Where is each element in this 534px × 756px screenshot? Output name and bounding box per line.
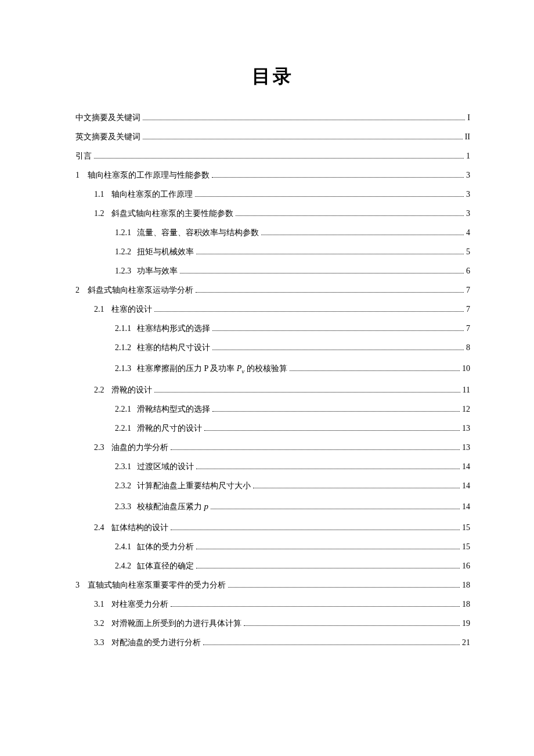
toc-text: 流量、容量、容积效率与结构参数 bbox=[137, 228, 259, 237]
toc-page-number: 3 bbox=[466, 171, 470, 180]
page-title: 目录 bbox=[75, 64, 470, 89]
toc-number: 1 bbox=[75, 171, 80, 179]
toc-page-number: 12 bbox=[462, 405, 470, 414]
toc-text: 直轴式轴向柱塞泵重要零件的受力分析 bbox=[88, 581, 226, 589]
toc-text: 斜盘式轴向柱塞泵运动学分析 bbox=[88, 286, 193, 294]
toc-number: 3.1 bbox=[94, 600, 104, 609]
toc-page-number: I bbox=[467, 113, 470, 123]
toc-page-number: 21 bbox=[462, 638, 470, 647]
toc-label: 1.1轴向柱塞泵的工作原理 bbox=[94, 189, 193, 200]
toc-label: 1.2.2扭矩与机械效率 bbox=[115, 247, 194, 257]
toc-number: 1.2.2 bbox=[115, 247, 131, 256]
toc-leader-dots bbox=[196, 568, 460, 568]
toc-text: 过渡区域的设计 bbox=[137, 462, 194, 471]
toc-label: 2.3.1过渡区域的设计 bbox=[115, 462, 194, 472]
toc-entry: 2.1.1柱塞结构形式的选择7 bbox=[75, 323, 470, 334]
toc-page-number: 19 bbox=[462, 619, 470, 628]
toc-page-number: 6 bbox=[466, 267, 470, 276]
toc-leader-dots bbox=[154, 392, 460, 393]
toc-page-number: 4 bbox=[466, 228, 470, 237]
toc-page-number: 8 bbox=[466, 343, 470, 352]
toc-page-number: 14 bbox=[462, 462, 470, 471]
toc-number: 2.1.1 bbox=[115, 324, 131, 333]
toc-label: 1.2斜盘式轴向柱塞泵的主要性能参数 bbox=[94, 208, 233, 219]
toc-text: 柱塞结构形式的选择 bbox=[137, 324, 210, 333]
toc-entry: 2.2滑靴的设计11 bbox=[75, 385, 470, 395]
toc-label: 3直轴式轴向柱塞泵重要零件的受力分析 bbox=[75, 580, 226, 591]
toc-entry: 3.2对滑靴面上所受到的力进行具体计算19 bbox=[75, 618, 470, 629]
toc-text: 功率与效率 bbox=[137, 267, 178, 275]
toc-label: 2.1.3柱塞摩擦副的压力 P 及功率 Pv 的校核验算 bbox=[115, 363, 287, 375]
toc-label: 2.1.1柱塞结构形式的选择 bbox=[115, 323, 210, 334]
toc-label: 2.4.1缸体的受力分析 bbox=[115, 542, 194, 552]
toc-entry: 2.3.2计算配油盘上重要结构尺寸大小14 bbox=[75, 481, 470, 491]
toc-label: 3.2对滑靴面上所受到的力进行具体计算 bbox=[94, 618, 241, 629]
toc-label: 2斜盘式轴向柱塞泵运动学分析 bbox=[75, 285, 193, 296]
toc-entry: 2.4.2缸体直径的确定16 bbox=[75, 561, 470, 571]
toc-entry: 英文摘要及关键词II bbox=[75, 132, 470, 142]
toc-leader-dots bbox=[211, 509, 460, 509]
toc-number: 2.3.2 bbox=[115, 481, 131, 490]
toc-leader-dots bbox=[171, 449, 460, 450]
toc-label: 1.2.3功率与效率 bbox=[115, 266, 178, 276]
toc-number: 1.2.3 bbox=[115, 267, 131, 275]
toc-leader-dots bbox=[195, 196, 464, 197]
toc-leader-dots bbox=[143, 120, 465, 120]
toc-text: 对滑靴面上所受到的力进行具体计算 bbox=[111, 619, 241, 628]
toc-text: 柱塞的设计 bbox=[111, 305, 152, 314]
toc-page-number: 15 bbox=[462, 523, 470, 532]
toc-label: 2.1柱塞的设计 bbox=[94, 304, 152, 315]
toc-text: 缸体直径的确定 bbox=[137, 561, 194, 570]
table-of-contents: 中文摘要及关键词I英文摘要及关键词II引言11轴向柱塞泵的工作原理与性能参数31… bbox=[75, 113, 470, 648]
toc-page-number: 16 bbox=[462, 561, 470, 571]
toc-leader-dots bbox=[196, 292, 464, 293]
toc-text: 对柱塞受力分析 bbox=[111, 600, 168, 609]
toc-text: 英文摘要及关键词 bbox=[75, 132, 140, 141]
toc-number: 3.2 bbox=[94, 619, 104, 628]
toc-text: 斜盘式轴向柱塞泵的主要性能参数 bbox=[111, 209, 233, 218]
toc-page-number: 7 bbox=[466, 305, 470, 314]
toc-page-number: 14 bbox=[462, 481, 470, 491]
toc-text: 对配油盘的受力进行分析 bbox=[111, 638, 201, 647]
toc-number: 2.3 bbox=[94, 443, 104, 452]
toc-label: 英文摘要及关键词 bbox=[75, 132, 140, 142]
toc-leader-dots bbox=[212, 350, 464, 350]
toc-text: 滑靴的设计 bbox=[111, 386, 152, 394]
toc-page-number: 7 bbox=[466, 324, 470, 333]
toc-label: 3.1对柱塞受力分析 bbox=[94, 599, 168, 610]
toc-entry: 1轴向柱塞泵的工作原理与性能参数3 bbox=[75, 170, 470, 181]
toc-text: 轴向柱塞泵的工作原理 bbox=[111, 190, 193, 199]
toc-text: 计算配油盘上重要结构尺寸大小 bbox=[137, 481, 251, 490]
toc-label: 3.3对配油盘的受力进行分析 bbox=[94, 638, 201, 648]
toc-number: 2.4.1 bbox=[115, 542, 131, 551]
toc-entry: 2.3.1过渡区域的设计14 bbox=[75, 462, 470, 472]
toc-entry: 引言1 bbox=[75, 151, 470, 161]
toc-number: 2 bbox=[75, 286, 80, 294]
toc-number: 2.4.2 bbox=[115, 561, 131, 570]
toc-number: 1.2 bbox=[94, 209, 104, 218]
toc-label: 2.2滑靴的设计 bbox=[94, 385, 152, 395]
toc-leader-dots bbox=[236, 215, 464, 216]
toc-leader-dots bbox=[203, 645, 460, 645]
toc-label: 引言 bbox=[75, 151, 92, 161]
toc-text: 滑靴结构型式的选择 bbox=[137, 405, 210, 413]
toc-leader-dots bbox=[196, 254, 464, 254]
toc-leader-dots bbox=[196, 549, 460, 549]
toc-page-number: 10 bbox=[462, 364, 470, 373]
toc-label: 2.3.3校核配油盘压紧力 p bbox=[115, 502, 208, 512]
toc-page-number: 14 bbox=[462, 502, 470, 512]
toc-entry: 2.4缸体结构的设计15 bbox=[75, 523, 470, 533]
toc-leader-dots bbox=[261, 235, 464, 235]
toc-leader-dots bbox=[204, 430, 460, 431]
toc-text: 轴向柱塞泵的工作原理与性能参数 bbox=[88, 171, 210, 179]
toc-label: 2.1.2柱塞的结构尺寸设计 bbox=[115, 343, 210, 353]
toc-number: 2.2.1 bbox=[115, 424, 131, 433]
toc-leader-dots bbox=[290, 370, 460, 371]
toc-number: 2.1.3 bbox=[115, 364, 131, 373]
toc-text: 柱塞摩擦副的压力 P 及功率 bbox=[137, 364, 237, 373]
toc-text-suffix: Pv 的校核验算 bbox=[237, 364, 287, 373]
toc-entry: 3.1对柱塞受力分析18 bbox=[75, 599, 470, 610]
toc-label: 1.2.1流量、容量、容积效率与结构参数 bbox=[115, 228, 259, 238]
toc-text: 扭矩与机械效率 bbox=[137, 247, 194, 256]
toc-entry: 1.2.1流量、容量、容积效率与结构参数4 bbox=[75, 228, 470, 238]
